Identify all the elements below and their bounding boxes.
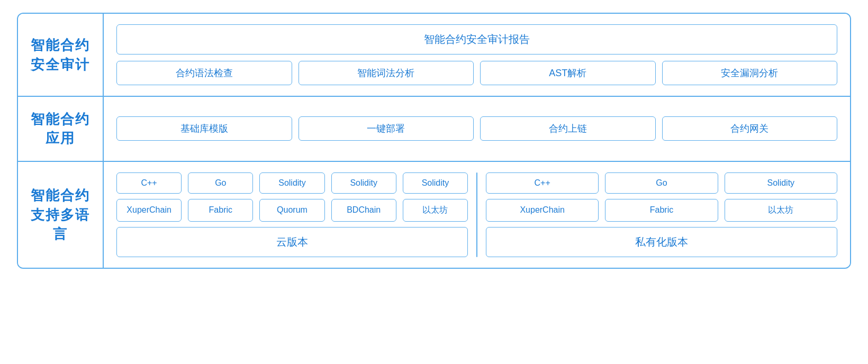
section-content-security: 智能合约安全审计报告 合约语法检查 智能词法分析 AST解析 安全漏洞分析	[103, 14, 850, 96]
private-lang-row: C++ Go Solidity	[486, 172, 837, 194]
cloud-chain-fabric: Fabric	[188, 199, 253, 222]
private-lang-solidity: Solidity	[725, 172, 837, 194]
section-content-multilang: C++ Go Solidity Solidity Solidity XuperC…	[103, 162, 850, 268]
private-chain-fabric: Fabric	[605, 199, 718, 222]
private-lang-go: Go	[605, 172, 718, 194]
cloud-lang-go: Go	[188, 172, 253, 194]
box-one-click-deploy: 一键部署	[299, 116, 474, 141]
section-contract-app: 智能合约 应用 基础库模版 一键部署 合约上链 合约网关	[18, 97, 850, 162]
cloud-lang-solidity1: Solidity	[259, 172, 324, 194]
box-ast-parse: AST解析	[480, 61, 656, 85]
cloud-chain-bdchain: BDChain	[331, 199, 396, 222]
box-on-chain: 合约上链	[480, 116, 656, 141]
section-content-app: 基础库模版 一键部署 合约上链 合约网关	[103, 97, 850, 161]
box-template-lib: 基础库模版	[116, 116, 292, 141]
section-multi-lang: 智能合约 支持多语 言 C++ Go Solidity Solidity Sol…	[18, 162, 850, 268]
box-lexical-analysis: 智能词法分析	[299, 61, 474, 85]
cloud-lang-row: C++ Go Solidity Solidity Solidity	[116, 172, 468, 194]
two-col-wrapper: C++ Go Solidity Solidity Solidity XuperC…	[116, 172, 837, 257]
cloud-lang-cpp: C++	[116, 172, 182, 194]
cloud-chain-row: XuperChain Fabric Quorum BDChain 以太坊	[116, 199, 468, 222]
cloud-lang-solidity3: Solidity	[403, 172, 468, 194]
box-contract-gateway: 合约网关	[662, 116, 838, 141]
vertical-divider	[476, 172, 477, 257]
cloud-chain-ethereum: 以太坊	[403, 199, 468, 222]
private-version-block: C++ Go Solidity XuperChain Fabric 以太坊 私有…	[486, 172, 837, 257]
row-app-items: 基础库模版 一键部署 合约上链 合约网关	[116, 116, 837, 141]
private-chain-row: XuperChain Fabric 以太坊	[486, 199, 837, 222]
private-version-label: 私有化版本	[486, 227, 837, 257]
cloud-lang-solidity2: Solidity	[331, 172, 396, 194]
row-security-items: 合约语法检查 智能词法分析 AST解析 安全漏洞分析	[116, 61, 837, 85]
cloud-version-block: C++ Go Solidity Solidity Solidity XuperC…	[116, 172, 468, 257]
box-vuln-analysis: 安全漏洞分析	[662, 61, 838, 85]
section-security-audit: 智能合约 安全审计 智能合约安全审计报告 合约语法检查 智能词法分析 AST解析…	[18, 14, 850, 97]
section-label-multilang: 智能合约 支持多语 言	[18, 162, 103, 268]
private-chain-ethereum: 以太坊	[725, 199, 837, 222]
cloud-chain-quorum: Quorum	[259, 199, 324, 222]
private-lang-cpp: C++	[486, 172, 599, 194]
cloud-chain-xuperchain: XuperChain	[116, 199, 182, 222]
box-syntax-check: 合约语法检查	[116, 61, 292, 85]
main-container: 智能合约 安全审计 智能合约安全审计报告 合约语法检查 智能词法分析 AST解析…	[17, 13, 851, 269]
box-report: 智能合约安全审计报告	[116, 24, 837, 54]
section-label-security: 智能合约 安全审计	[18, 14, 103, 96]
row-top-report: 智能合约安全审计报告	[116, 24, 837, 54]
private-chain-xuperchain: XuperChain	[486, 199, 599, 222]
cloud-version-label: 云版本	[116, 227, 468, 257]
section-label-app: 智能合约 应用	[18, 97, 103, 161]
